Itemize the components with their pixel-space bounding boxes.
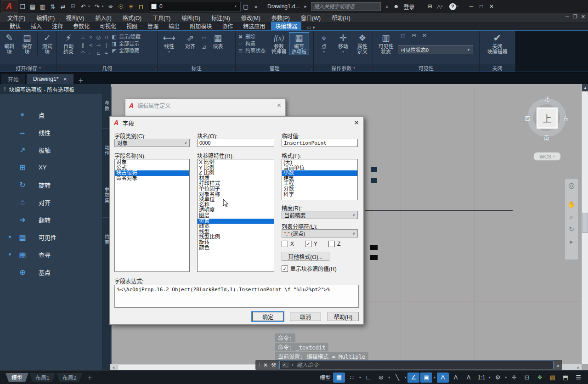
drawing-area[interactable]: ⁞⁞块编写选项板 - 所有选项板 ⌖ 点 ↔ 线性 ↗ 极轴 ⊞: [0, 84, 588, 370]
open-icon[interactable]: ❒: [17, 3, 28, 10]
move-action-button[interactable]: ✛移动▾: [335, 33, 352, 55]
ribbon-tab[interactable]: 默认: [6, 22, 25, 30]
save-block-button[interactable]: ▤保存块: [20, 33, 35, 55]
grid-toggle-icon[interactable]: ▦: [333, 373, 345, 383]
viewcube-east-label[interactable]: 东: [563, 114, 569, 122]
other-format-button[interactable]: 其他格式(O)...: [282, 252, 329, 261]
precision-dropdown[interactable]: 当前精度∨: [282, 211, 358, 219]
list-item[interactable]: 单位因子: [198, 186, 274, 192]
lock-icon[interactable]: ⊓: [136, 3, 146, 10]
ok-button[interactable]: 确定: [252, 312, 283, 321]
axis-checkbox[interactable]: Z: [328, 241, 340, 247]
graphics-performance-icon[interactable]: ❖: [534, 373, 546, 383]
customization-menu-icon[interactable]: ☰: [572, 373, 584, 383]
help-caret-icon[interactable]: ▾: [456, 5, 460, 8]
field-category-dropdown[interactable]: 对象∨: [114, 139, 190, 147]
command-history-up-icon[interactable]: ▴: [557, 363, 559, 367]
ribbon-tab[interactable]: 视图: [122, 22, 141, 30]
edit-attribute-close-icon[interactable]: ✕: [277, 102, 282, 109]
palette-item[interactable]: ↔ 线性: [0, 124, 102, 141]
constraint-display-button[interactable]: ◨全部显示: [111, 40, 141, 47]
pan-icon[interactable]: ✋: [567, 201, 575, 208]
layer-dropdown[interactable]: 0 ▾: [149, 2, 241, 11]
constraint-display-button[interactable]: ◩全部隐藏: [111, 47, 141, 54]
layer-caret-icon[interactable]: ▾: [235, 5, 238, 8]
palette-item[interactable]: ↗ 极轴: [0, 141, 102, 158]
menu-item[interactable]: 参数(P): [271, 14, 290, 22]
ribbon-tab[interactable]: 参数化: [69, 22, 94, 30]
viewcube-west-label[interactable]: 西: [525, 114, 530, 122]
zoom-icon[interactable]: ⌕: [570, 214, 573, 220]
search-input[interactable]: [311, 2, 381, 11]
snap-caret-icon[interactable]: ▾: [359, 376, 362, 379]
polar-caret-icon[interactable]: ▾: [388, 376, 390, 379]
command-grip-icon[interactable]: ⁞: [259, 362, 260, 368]
panel-title-geometry[interactable]: 几何⌟: [57, 64, 157, 72]
visibility-mode-icon[interactable]: ⊟: [412, 33, 416, 39]
visibility-mode-icon[interactable]: ◫: [401, 33, 405, 39]
field-names-listbox[interactable]: 对象公式块占位符命名对象: [114, 159, 190, 272]
undo-caret-icon[interactable]: ▾: [88, 5, 92, 8]
visibility-mode-icon[interactable]: ⊠: [423, 33, 427, 39]
ribbon-tab[interactable]: 可视化: [96, 22, 120, 30]
signin-label[interactable]: 登录: [404, 3, 415, 11]
show-motion-icon[interactable]: ▸: [570, 238, 573, 245]
authoring-palettes-button[interactable]: ▦编写选项板: [289, 33, 309, 55]
image-warning-icon[interactable]: ▨: [547, 373, 559, 383]
layout-tab[interactable]: 布局2: [57, 373, 83, 382]
app-caret-icon[interactable]: ▾: [441, 5, 445, 8]
dim-constraint-icon[interactable]: ⊿: [202, 44, 206, 50]
ribbon-tab[interactable]: 输出: [164, 22, 184, 30]
palette-item[interactable]: ⊞ XY: [0, 158, 102, 176]
constraint-icon[interactable]: ⊏: [95, 49, 102, 57]
block-name-input[interactable]: [197, 139, 274, 147]
list-item[interactable]: 旋转: [198, 240, 274, 245]
list-item[interactable]: 命名对象: [115, 176, 189, 181]
help-button[interactable]: 帮助(H): [328, 312, 359, 321]
format-listbox[interactable]: (无)当前单位小数建筑工程分数科学: [282, 159, 358, 200]
redo-icon[interactable]: ↷: [92, 3, 102, 10]
constraint-icon[interactable]: =: [102, 49, 110, 57]
layout-tab[interactable]: 布局1: [29, 373, 56, 382]
viewcube-south-label[interactable]: 南: [544, 134, 549, 141]
palette-item[interactable]: ▼ ▤ 可见性: [0, 228, 102, 246]
ribbon-tab[interactable]: 插入: [27, 22, 46, 30]
doc-close-icon[interactable]: ✕: [581, 14, 585, 20]
object-snap-icon[interactable]: ▣: [420, 373, 432, 383]
ribbon-tab[interactable]: 协作: [218, 22, 237, 30]
annotation-visibility-icon[interactable]: Λ: [437, 373, 449, 383]
palette-item[interactable]: ⌂ 对齐: [0, 193, 102, 211]
snap-toggle-icon[interactable]: ∷: [346, 373, 358, 383]
sun-icon[interactable]: ☀: [126, 3, 136, 10]
polar-tracking-icon[interactable]: ⊚: [375, 373, 387, 383]
app-menu-button[interactable]: A: [1, 0, 17, 13]
palette-item[interactable]: ▼ ▦ 查寻: [0, 246, 102, 263]
list-item[interactable]: 颜色: [198, 245, 274, 251]
cancel-button[interactable]: 取消: [290, 312, 321, 321]
edit-block-button[interactable]: ✎编辑块: [2, 33, 17, 55]
list-item[interactable]: 块单位: [198, 197, 274, 203]
annotation-monitor-icon[interactable]: ✛: [508, 373, 520, 383]
ribbon-tab[interactable]: 管理: [143, 22, 163, 30]
ribbon-options-icon[interactable]: ▭ ▾: [303, 24, 318, 30]
new-layout-icon[interactable]: ＋: [87, 373, 92, 381]
close-button[interactable]: ✕: [486, 3, 497, 10]
panel-title-close[interactable]: 关闭: [480, 64, 515, 72]
attribute-definition-button[interactable]: ❖属性定义: [354, 33, 371, 55]
annotation-autoscale-icon[interactable]: Λ: [450, 373, 462, 383]
list-item[interactable]: X 比例: [198, 160, 274, 165]
scroll-left-icon[interactable]: ◂: [110, 366, 117, 370]
panel-title-annotate[interactable]: 标注⌟: [158, 64, 235, 72]
cart-icon[interactable]: ⊞: [428, 3, 432, 10]
field-dialog-close-icon[interactable]: ✕: [354, 119, 359, 126]
menu-item[interactable]: 文件(F): [7, 14, 25, 22]
scale-caret-icon[interactable]: ▾: [488, 376, 491, 379]
clean-screen-icon[interactable]: ⬒: [560, 373, 571, 383]
constraint-icon[interactable]: ⊓: [102, 34, 110, 41]
scroll-up-icon[interactable]: ▲: [582, 84, 588, 91]
transfer-icon[interactable]: ⇄: [58, 3, 68, 10]
isodraft-icon[interactable]: ╲: [391, 373, 403, 383]
point-param-button[interactable]: ⌖点▾: [316, 33, 333, 55]
doc-minimize-icon[interactable]: ─: [565, 14, 569, 20]
autodesk-app-icon[interactable]: △: [437, 3, 441, 10]
